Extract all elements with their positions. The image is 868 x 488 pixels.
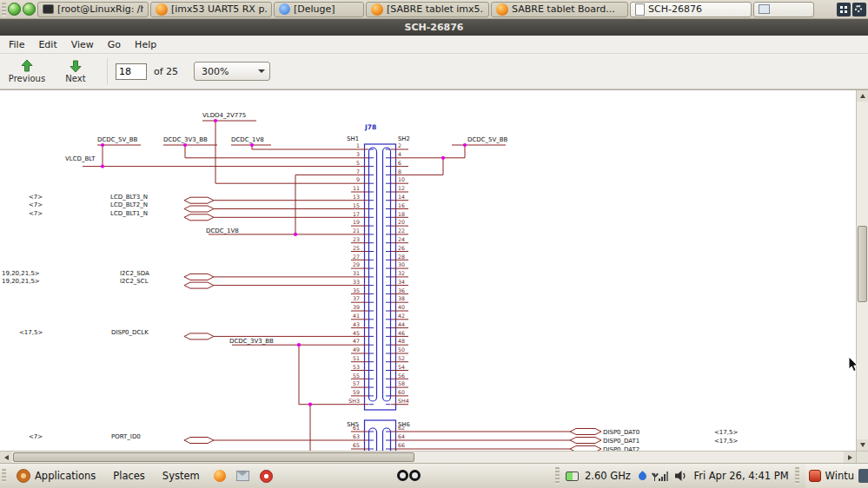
svg-text:DCDC_3V3_BB: DCDC_3V3_BB: [229, 338, 274, 345]
svg-text:DCDC_1V8: DCDC_1V8: [231, 136, 264, 143]
svg-text:SH6: SH6: [398, 421, 410, 428]
svg-text:PORT_ID0: PORT_ID0: [111, 433, 141, 440]
svg-text:57: 57: [353, 380, 360, 386]
svg-text:10: 10: [398, 176, 405, 182]
scroll-up-button[interactable]: [857, 90, 868, 102]
menu-view[interactable]: View: [64, 37, 101, 52]
page-number-input[interactable]: [116, 63, 147, 80]
taskbar-window-terminal[interactable]: [root@LinuxRig: /h...: [37, 2, 149, 17]
user-applet[interactable]: Wintu: [805, 464, 868, 488]
toolbar-separator: [107, 58, 108, 84]
svg-text:3: 3: [356, 151, 360, 157]
system-menu[interactable]: System: [156, 464, 207, 488]
desktop: [root@LinuxRig: /h... [imx53 UART5 RX p.…: [0, 0, 868, 488]
svg-text:SH1: SH1: [347, 135, 359, 142]
taskbar-window-deluge[interactable]: [Deluge]: [274, 2, 364, 17]
firefox-launcher-icon[interactable]: [214, 470, 226, 482]
cpu-frequency-icon[interactable]: [566, 472, 579, 481]
svg-text:28: 28: [398, 254, 405, 260]
svg-text:8: 8: [398, 168, 401, 175]
distro-logo-icon: [17, 469, 30, 483]
green-orb-icon[interactable]: [23, 3, 36, 16]
svg-text:2: 2: [398, 142, 401, 148]
taskbar-window-imx53[interactable]: [imx53 UART5 RX p...: [150, 2, 272, 17]
svg-text:DISP0_DCLK: DISP0_DCLK: [111, 329, 149, 336]
previous-button[interactable]: Previous: [3, 56, 50, 88]
lens-right: [409, 470, 421, 481]
svg-text:VLDO4_2V775: VLDO4_2V775: [202, 112, 246, 119]
svg-text:13: 13: [353, 194, 360, 200]
network-signal-icon[interactable]: [654, 471, 669, 481]
svg-text:19,20,21,5>: 19,20,21,5>: [2, 278, 40, 285]
vertical-scrollbar-thumb[interactable]: [858, 226, 867, 302]
taskbar-window-label: [root@LinuxRig: /h...: [57, 3, 143, 15]
svg-text:38: 38: [398, 295, 405, 301]
places-menu-label: Places: [113, 470, 145, 482]
svg-text:36: 36: [398, 287, 405, 293]
green-orb-icon[interactable]: [8, 3, 21, 16]
panel-handle[interactable]: [2, 469, 6, 483]
applications-menu-label: Applications: [35, 470, 96, 482]
deluge-icon: [279, 3, 290, 15]
grid-tray-icon[interactable]: [837, 3, 851, 16]
volume-icon[interactable]: [674, 470, 687, 482]
menu-help[interactable]: Help: [128, 37, 163, 52]
svg-text:SH5: SH5: [347, 421, 359, 428]
weather-drop-icon[interactable]: [637, 471, 648, 482]
cpu-frequency-label[interactable]: 2.60 GHz: [585, 470, 631, 482]
svg-text:58: 58: [398, 380, 405, 386]
svg-text:<17,5>: <17,5>: [19, 329, 43, 336]
panel-handle[interactable]: [2, 3, 6, 16]
svg-text:<17,5>: <17,5>: [714, 429, 738, 436]
horizontal-scrollbar[interactable]: [0, 451, 856, 463]
scroll-down-button[interactable]: [857, 439, 868, 451]
svg-text:19: 19: [353, 219, 360, 225]
svg-text:12: 12: [398, 185, 405, 191]
svg-text:LCD_BLT3_N: LCD_BLT3_N: [110, 194, 148, 201]
svg-text:1: 1: [356, 142, 360, 148]
svg-text:21: 21: [353, 228, 360, 234]
tray-separator: [795, 467, 799, 485]
horizontal-scrollbar-thumb[interactable]: [13, 452, 414, 462]
menu-file[interactable]: File: [2, 37, 31, 52]
svg-text:49: 49: [353, 346, 360, 353]
vertical-scrollbar[interactable]: [856, 90, 868, 451]
taskbar-window-sabre-imx5[interactable]: [SABRE tablet imx5...: [366, 2, 489, 17]
system-menu-label: System: [162, 470, 200, 482]
help-launcher-icon[interactable]: [260, 470, 273, 483]
svg-text:55: 55: [353, 373, 360, 379]
places-menu[interactable]: Places: [106, 464, 152, 488]
document-area: 1234567891011121314151617181920212223242…: [0, 89, 868, 463]
svg-text:41: 41: [353, 313, 360, 319]
next-button[interactable]: Next: [52, 56, 99, 88]
mail-launcher-icon[interactable]: [236, 471, 249, 481]
binoculars-icon[interactable]: [397, 470, 421, 481]
svg-text:19,20,21,5>: 19,20,21,5>: [2, 270, 40, 277]
svg-text:51: 51: [353, 355, 360, 361]
zoom-combobox[interactable]: 300%: [194, 62, 270, 81]
connector: 1234567891011121314151617181920212223242…: [347, 123, 410, 451]
tray-separator: [555, 467, 560, 485]
svg-text:26: 26: [398, 245, 405, 251]
menu-go[interactable]: Go: [101, 37, 128, 52]
svg-text:6: 6: [398, 160, 401, 166]
svg-text:25: 25: [353, 245, 360, 251]
clock-label[interactable]: Fri Apr 26, 4:41 PM: [693, 470, 788, 482]
svg-text:<17,5>: <17,5>: [714, 438, 738, 445]
menu-edit[interactable]: Edit: [31, 37, 63, 52]
lens-left: [397, 470, 408, 481]
window-titlebar[interactable]: SCH-26876: [0, 19, 868, 36]
svg-text:46: 46: [398, 330, 405, 336]
taskbar-window-blank[interactable]: [753, 2, 814, 17]
applications-menu[interactable]: Applications: [10, 464, 103, 488]
taskbar-window-sabre-board[interactable]: SABRE tablet Board...: [491, 2, 628, 17]
svg-text:<7>: <7>: [29, 201, 43, 208]
scroll-right-button[interactable]: [844, 452, 856, 463]
taskbar-window-sch26876[interactable]: SCH-26876: [630, 2, 752, 17]
user-red-icon: [809, 470, 821, 482]
scroll-left-button[interactable]: [0, 452, 12, 463]
svg-text:SH2: SH2: [398, 135, 410, 142]
svg-text:60: 60: [398, 389, 405, 395]
gear-icon[interactable]: [852, 3, 866, 16]
svg-text:32: 32: [398, 270, 405, 276]
